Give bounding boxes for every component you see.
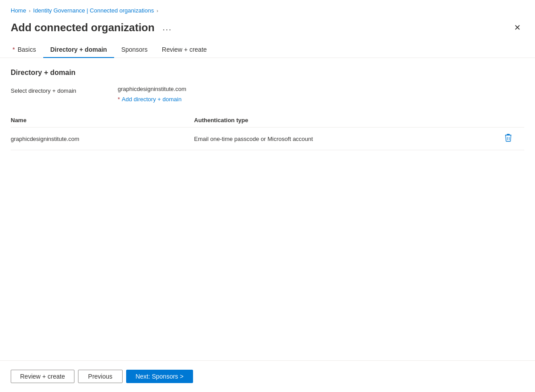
breadcrumb-identity-governance[interactable]: Identity Governance | Connected organiza… [33,7,154,14]
breadcrumb-sep-1: › [29,8,31,13]
breadcrumb-home[interactable]: Home [11,7,26,14]
section-title: Directory + domain [11,69,524,77]
directory-table: Name Authentication type graphicdesignin… [11,113,524,150]
next-label: Next: Sponsors > [136,373,184,380]
field-value-domain: graphicdesigninstitute.com [118,86,186,92]
review-create-button[interactable]: Review + create [11,370,74,383]
trash-icon [505,134,512,142]
col-header-actions [502,113,524,128]
add-directory-link[interactable]: * Add directory + domain [118,96,186,103]
main-content: Directory + domain Select directory + do… [0,69,535,150]
close-icon: ✕ [514,23,521,32]
table-header-row: Name Authentication type [11,113,524,128]
page-title: Add connected organization [11,21,155,34]
breadcrumb: Home › Identity Governance | Connected o… [0,0,535,17]
tab-directory-domain-label: Directory + domain [50,46,107,53]
tab-directory-domain[interactable]: Directory + domain [43,41,114,58]
tab-review-create[interactable]: Review + create [155,41,214,58]
col-header-name: Name [11,113,194,128]
breadcrumb-sep-2: › [156,8,158,13]
table-cell-auth-type: Email one-time passcode or Microsoft acc… [194,128,502,150]
tab-review-create-label: Review + create [162,46,207,53]
review-create-label: Review + create [20,373,65,380]
next-button[interactable]: Next: Sponsors > [126,370,193,383]
add-link-text[interactable]: Add directory + domain [122,96,181,103]
tab-basics-asterisk: * [12,46,15,53]
previous-label: Previous [88,373,112,380]
table-cell-name: graphicdesigninstitute.com [11,128,194,150]
table-cell-action [502,128,524,150]
field-value-area: graphicdesigninstitute.com * Add directo… [118,86,186,103]
tab-sponsors-label: Sponsors [121,46,148,53]
add-link-asterisk: * [118,96,120,103]
ellipsis-button[interactable]: ... [160,22,175,33]
table-row: graphicdesigninstitute.comEmail one-time… [11,128,524,150]
delete-row-button[interactable] [502,133,514,144]
tabs-container: * Basics Directory + domain Sponsors Rev… [0,41,535,58]
tab-basics-label: Basics [17,46,36,53]
previous-button[interactable]: Previous [78,370,123,383]
page-title-area: Add connected organization ... [11,21,175,34]
tab-basics[interactable]: * Basics [11,41,43,58]
col-header-auth-type: Authentication type [194,113,502,128]
footer: Review + create Previous Next: Sponsors … [0,360,535,392]
field-label-directory: Select directory + domain [11,86,118,94]
page-header: Add connected organization ... ✕ [0,17,535,41]
close-button[interactable]: ✕ [510,21,524,34]
tab-sponsors[interactable]: Sponsors [114,41,155,58]
field-row-directory: Select directory + domain graphicdesigni… [11,86,524,103]
